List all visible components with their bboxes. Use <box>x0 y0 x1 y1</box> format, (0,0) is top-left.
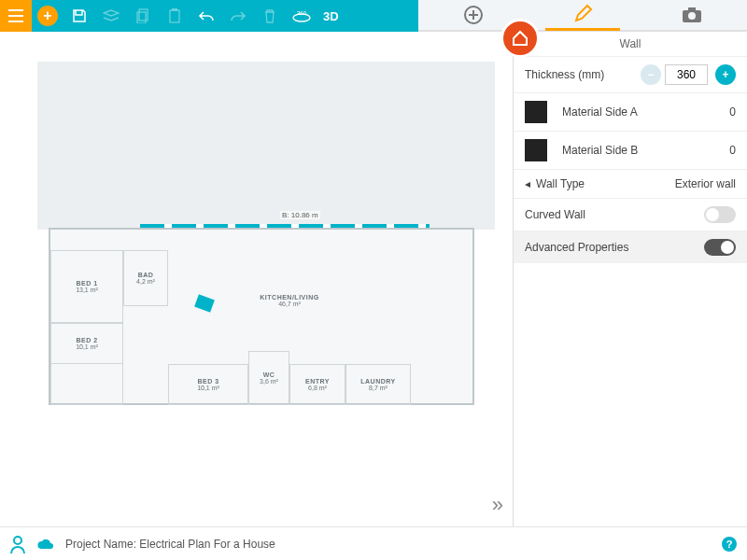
room-name: BED 1 <box>76 280 97 287</box>
room-area: 10,1 m² <box>197 385 219 391</box>
cloud-icon[interactable] <box>35 537 56 552</box>
material-b-label: Material Side B <box>562 144 729 157</box>
material-a-swatch[interactable] <box>525 101 547 123</box>
main-area: B: 10.86 m A: 10.63 m ↖ BED 1 13,1 m² BE… <box>0 32 747 526</box>
room-name: ENTRY <box>305 378 330 385</box>
plus-circle-icon: + <box>37 6 58 26</box>
svg-text:?: ? <box>726 539 733 550</box>
svg-point-8 <box>688 12 696 20</box>
thickness-minus[interactable]: − <box>641 64 661 85</box>
wall-type-label: Wall Type <box>536 177 675 190</box>
material-b-swatch[interactable] <box>525 139 547 161</box>
thickness-plus[interactable]: + <box>715 64 736 85</box>
advanced-label: Advanced Properties <box>525 241 704 254</box>
room-area: 10,1 m² <box>76 343 98 350</box>
add-button[interactable]: + <box>32 0 63 32</box>
paste-button[interactable] <box>159 0 190 32</box>
copy-button[interactable] <box>127 0 159 32</box>
room-area: 3,6 m² <box>260 378 278 385</box>
material-b-row[interactable]: Material Side B 0 <box>514 131 747 169</box>
room-area: 4,2 m² <box>136 278 155 285</box>
advanced-toggle[interactable] <box>704 239 736 256</box>
room-name: WC <box>263 371 275 378</box>
advanced-row[interactable]: Advanced Properties <box>514 231 747 263</box>
3d-toggle[interactable]: 3D <box>317 9 345 23</box>
toolbar-right <box>418 0 747 32</box>
home-fab[interactable] <box>500 19 540 58</box>
room-name: BED 3 <box>197 378 218 385</box>
room-name: BED 2 <box>76 337 97 343</box>
room-area: 6,8 m² <box>308 385 327 391</box>
wall-type-value: Exterior wall <box>675 177 736 190</box>
dim-b: B: 10.86 m <box>280 211 320 219</box>
3d-label: 3D <box>323 9 339 23</box>
room-entry[interactable]: ENTRY 6,8 m² <box>289 364 345 405</box>
building-outline: BED 1 13,1 m² BED 2 10,1 m² BAD 4,2 m² B… <box>49 228 474 405</box>
expand-panel-button[interactable]: » <box>492 493 503 517</box>
tab-camera[interactable] <box>655 0 729 31</box>
user-icon[interactable] <box>9 535 26 553</box>
thickness-label: Thickness (mm) <box>525 68 637 81</box>
room-name: BAD <box>138 272 154 278</box>
thickness-input[interactable] <box>665 64 708 85</box>
curved-wall-label: Curved Wall <box>525 208 704 221</box>
room-bed2[interactable]: BED 2 10,1 m² <box>50 323 123 364</box>
chevron-left-icon: ◂ <box>525 177 530 190</box>
tab-add[interactable] <box>436 0 511 31</box>
material-a-label: Material Side A <box>562 105 729 119</box>
svg-text:360: 360 <box>297 10 307 16</box>
rotate-360-button[interactable]: 360 <box>286 0 317 32</box>
room-area: 13,1 m² <box>76 287 98 293</box>
room-bed2b[interactable] <box>50 364 123 405</box>
canvas-wrap: B: 10.86 m A: 10.63 m ↖ BED 1 13,1 m² BE… <box>0 32 514 526</box>
room-area: 46,7 m² <box>278 301 301 307</box>
project-name-label: Project Name: Electrical Plan For a Hous… <box>65 538 275 551</box>
svg-rect-9 <box>688 7 696 11</box>
svg-rect-3 <box>172 8 177 11</box>
properties-panel: Wall Thickness (mm) − + Material Side A … <box>514 32 747 526</box>
material-a-value: 0 <box>729 105 736 119</box>
delete-button[interactable] <box>254 0 286 32</box>
material-b-value: 0 <box>729 144 736 157</box>
plus-circle-outline-icon <box>463 5 484 25</box>
camera-icon <box>681 6 703 24</box>
undo-button[interactable] <box>190 0 222 32</box>
svg-point-10 <box>14 537 21 544</box>
curved-wall-row: Curved Wall <box>514 198 747 231</box>
home-icon <box>510 28 530 49</box>
room-bed1[interactable]: BED 1 13,1 m² <box>50 250 123 323</box>
wall-type-row[interactable]: ◂ Wall Type Exterior wall <box>514 169 747 198</box>
help-icon[interactable]: ? <box>721 536 738 553</box>
room-laundry[interactable]: LAUNDRY 8,7 m² <box>345 364 411 405</box>
material-a-row[interactable]: Material Side A 0 <box>514 92 747 131</box>
layers-button[interactable] <box>95 0 127 32</box>
top-toolbar: + 360 3D <box>0 0 747 32</box>
lot-outline <box>37 62 495 230</box>
room-name: LAUNDRY <box>360 378 395 385</box>
room-area: 8,7 m² <box>369 385 388 391</box>
svg-rect-2 <box>170 10 179 22</box>
tab-edit[interactable] <box>545 0 620 31</box>
panel-title: Wall <box>514 32 747 56</box>
save-button[interactable] <box>63 0 95 32</box>
pencil-icon <box>572 4 593 24</box>
room-bed3[interactable]: BED 3 10,1 m² <box>168 364 248 405</box>
redo-button[interactable] <box>222 0 254 32</box>
footer-bar: Project Name: Electrical Plan For a Hous… <box>0 526 747 560</box>
room-name: KITCHEN/LIVING <box>260 294 318 301</box>
room-bad[interactable]: BAD 4,2 m² <box>123 250 168 306</box>
room-wc[interactable]: WC 3,6 m² <box>248 351 289 405</box>
toolbar-left: + 360 3D <box>0 0 418 32</box>
thickness-row: Thickness (mm) − + <box>514 56 747 92</box>
menu-button[interactable] <box>0 0 32 32</box>
floorplan-canvas[interactable]: B: 10.86 m A: 10.63 m ↖ BED 1 13,1 m² BE… <box>0 32 513 526</box>
curved-wall-toggle[interactable] <box>704 206 736 223</box>
